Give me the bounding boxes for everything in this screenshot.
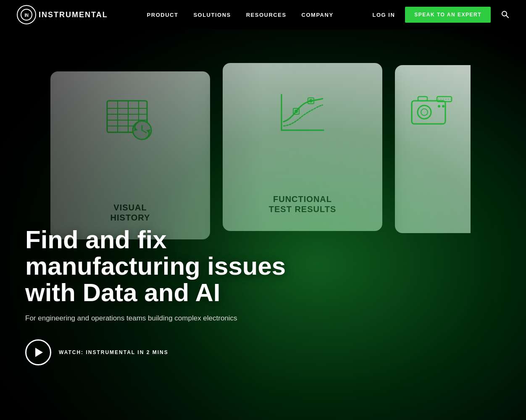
search-icon[interactable] bbox=[501, 10, 509, 20]
svg-point-19 bbox=[295, 110, 298, 113]
logo-text: INSTRUMENTAL bbox=[39, 10, 108, 19]
hero-section: VISUALHISTORY FUNCTIONALTEST RE bbox=[0, 29, 526, 420]
card-functional-test: FUNCTIONALTEST RESULTS bbox=[223, 63, 382, 231]
play-triangle bbox=[35, 348, 43, 357]
watch-label: WATCH: INSTRUMENTAL IN 2 MINS bbox=[59, 349, 168, 355]
svg-rect-23 bbox=[412, 101, 445, 124]
logo[interactable]: IN INSTRUMENTAL bbox=[17, 5, 108, 24]
speak-to-expert-button[interactable]: SPEAK TO AN EXPERT bbox=[405, 7, 491, 23]
svg-line-3 bbox=[506, 15, 508, 18]
nav-item-company[interactable]: COMPANY bbox=[302, 12, 334, 18]
visual-history-icon bbox=[101, 92, 160, 151]
hero-heading: Find and fix manufacturing issues with D… bbox=[25, 226, 298, 306]
camera-icon bbox=[408, 86, 458, 136]
nav-item-resources[interactable]: RESOURCES bbox=[246, 12, 287, 18]
svg-text:IN: IN bbox=[25, 13, 29, 18]
nav-item-solutions[interactable]: SOLUTIONS bbox=[193, 12, 231, 18]
hero-content: Find and fix manufacturing issues with D… bbox=[25, 226, 298, 365]
card-functional-test-label: FUNCTIONALTEST RESULTS bbox=[269, 194, 337, 214]
svg-point-27 bbox=[421, 109, 428, 116]
login-button[interactable]: LOG IN bbox=[373, 12, 395, 18]
hero-subtext: For engineering and operations teams bui… bbox=[25, 314, 298, 323]
functional-test-icon bbox=[273, 84, 332, 143]
watch-video-button[interactable]: WATCH: INSTRUMENTAL IN 2 MINS bbox=[25, 339, 298, 365]
play-icon bbox=[25, 339, 51, 365]
svg-point-29 bbox=[438, 105, 440, 108]
nav-links: PRODUCT SOLUTIONS RESOURCES COMPANY bbox=[147, 12, 334, 18]
navbar: IN INSTRUMENTAL PRODUCT SOLUTIONS RESOUR… bbox=[0, 0, 526, 29]
svg-point-20 bbox=[309, 99, 313, 102]
card-visual-history: VISUALHISTORY bbox=[50, 71, 210, 239]
svg-point-26 bbox=[418, 105, 431, 119]
logo-icon: IN bbox=[17, 5, 36, 24]
card-visual-history-label: VISUALHISTORY bbox=[110, 202, 150, 223]
nav-right: LOG IN SPEAK TO AN EXPERT bbox=[373, 7, 509, 23]
nav-item-product[interactable]: PRODUCT bbox=[147, 12, 179, 18]
card-camera-partial bbox=[395, 65, 471, 233]
svg-point-30 bbox=[442, 105, 444, 108]
